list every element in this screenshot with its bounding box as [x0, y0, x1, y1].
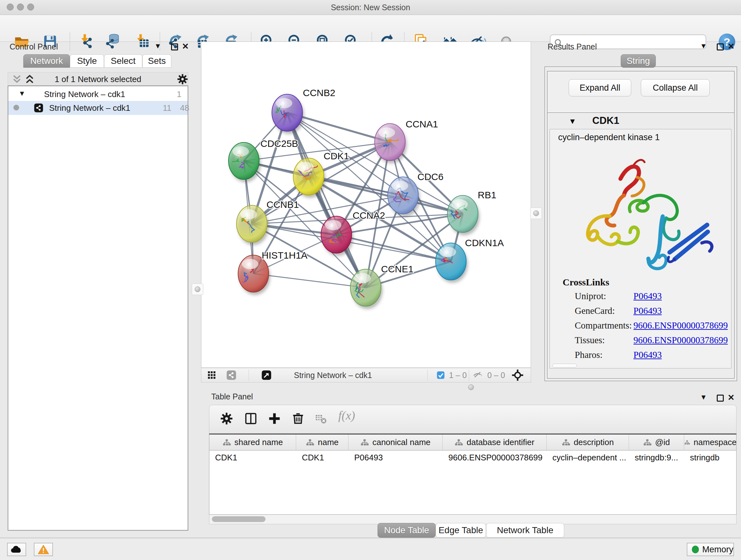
results-panel-close-icon[interactable]: ✕ — [728, 42, 735, 51]
table-panel-menu-icon[interactable]: ▾ — [701, 392, 705, 402]
network-collection-row[interactable]: ▼ String Network – cdk1 1 — [8, 88, 188, 101]
table-cell[interactable]: 9606.ENSP00000378699 — [443, 450, 547, 464]
network-canvas[interactable]: CCNB2CCNA1CDC25BCDK1CDC6RB1CCNB1CCNA2CDK… — [201, 42, 531, 368]
node-CCNB1[interactable] — [237, 205, 269, 245]
hidden-counter: 0 – 0 — [487, 371, 505, 380]
left-splitter-handle[interactable] — [192, 284, 203, 295]
control-panel-title: Control Panel — [10, 42, 58, 51]
tab-edge-table[interactable]: Edge Table — [435, 523, 486, 538]
table-panel-title: Table Panel — [211, 392, 253, 401]
protein-card: cyclin–dependent kinase 1 CrossLinks Uni… — [549, 129, 731, 368]
right-splitter-handle[interactable] — [530, 207, 542, 219]
add-column-icon[interactable] — [267, 412, 281, 426]
node-CCNB2[interactable] — [272, 94, 304, 134]
control-panel-menu-icon[interactable]: ▾ — [156, 41, 160, 51]
show-columns-icon[interactable] — [244, 412, 258, 426]
column-header-description[interactable]: description — [547, 435, 629, 450]
expand-all-button[interactable]: Expand All — [569, 79, 631, 97]
protein-expander-icon[interactable]: ▼ — [569, 117, 576, 126]
node-table[interactable]: shared namenamecanonical namedatabase id… — [209, 434, 737, 515]
node-CCNA1[interactable] — [375, 124, 407, 164]
column-header-canonical-name[interactable]: canonical name — [348, 435, 443, 450]
crosslink-value-link[interactable]: P06493 — [633, 291, 662, 301]
fit-crosshair-icon[interactable] — [512, 369, 524, 381]
table-cell[interactable]: cyclin–dependent ... — [547, 450, 629, 464]
title-bar: Session: New Session — [0, 0, 741, 15]
delete-column-icon[interactable] — [291, 412, 305, 426]
results-panel-menu-icon[interactable]: ▾ — [701, 41, 705, 51]
crosslink-value-link[interactable]: 9606.ENSP00000378699 — [633, 320, 728, 331]
edge-CCNB2-CCNE1[interactable] — [287, 113, 366, 288]
table-cell[interactable]: P06493 — [348, 450, 443, 464]
table-hscrollbar-thumb[interactable] — [212, 516, 266, 522]
control-panel-close-icon[interactable]: ✕ — [182, 42, 189, 51]
tab-string[interactable]: String — [621, 54, 656, 68]
memory-status-dot — [692, 546, 699, 553]
control-panel-tabs: NetworkStyleSelectSets — [0, 54, 192, 68]
cloud-button[interactable] — [7, 543, 26, 556]
tab-network-table[interactable]: Network Table — [486, 523, 564, 538]
network-graph[interactable]: CCNB2CCNA1CDC25BCDK1CDC6RB1CCNB1CCNA2CDK… — [201, 42, 531, 368]
table-settings-gear-icon[interactable] — [219, 412, 233, 426]
node-RB1[interactable] — [448, 195, 480, 235]
crosslink-label: Pharos: — [575, 350, 603, 360]
table-toolbar: f(x) — [209, 405, 737, 434]
table-cell[interactable]: CDK1 — [296, 450, 348, 464]
import-database-button[interactable] — [103, 31, 124, 52]
share-view-icon[interactable] — [226, 370, 237, 380]
table-cell[interactable]: stringdb:9... — [629, 450, 684, 464]
import-network-button[interactable] — [76, 31, 97, 52]
import-network-icon — [78, 33, 95, 50]
node-CCNE1[interactable] — [350, 269, 383, 309]
crosslink-label: Compartments: — [575, 320, 632, 331]
table-cell[interactable]: CDK1 — [209, 450, 296, 464]
column-header-database-identifier[interactable]: database identifier — [443, 435, 547, 450]
crosslink-row: GeneCard:P06493 — [550, 306, 731, 320]
open-view-icon[interactable] — [261, 370, 272, 380]
node-CCNA2[interactable] — [321, 216, 353, 256]
crosslink-value-link[interactable]: P06493 — [633, 350, 662, 360]
clear-table-icon — [315, 413, 327, 426]
table-panel-close-icon[interactable]: ✕ — [728, 393, 735, 402]
column-header-namespace[interactable]: namespace — [684, 435, 737, 450]
node-CDK1[interactable] — [293, 158, 326, 198]
hidden-eye-icon[interactable] — [473, 370, 483, 381]
table-cell[interactable]: stringdb — [684, 450, 737, 464]
protein-description: cyclin–dependent kinase 1 — [558, 132, 660, 142]
selected-checkbox-icon[interactable] — [436, 371, 445, 380]
control-panel-float-icon[interactable] — [171, 44, 178, 51]
tab-select[interactable]: Select — [104, 54, 142, 68]
network-tree: ▼ String Network – cdk1 1 String Network… — [8, 85, 188, 531]
node-CDKN1A[interactable] — [435, 243, 468, 283]
node-label-CCNA2: CCNA2 — [353, 210, 385, 221]
node-label-RB1: RB1 — [478, 190, 496, 200]
warning-button[interactable] — [34, 543, 53, 556]
collection-expander-icon[interactable]: ▼ — [18, 89, 25, 98]
results-panel-float-icon[interactable] — [717, 44, 724, 51]
results-panel-title: Results Panel — [548, 42, 597, 51]
node-CDC6[interactable] — [388, 177, 420, 217]
column-header-shared-name[interactable]: shared name — [209, 435, 296, 450]
tab-node-table[interactable]: Node Table — [378, 523, 435, 538]
crosslink-label: GeneCard: — [575, 306, 615, 316]
import-table-button[interactable] — [132, 31, 153, 52]
tab-style[interactable]: Style — [70, 54, 104, 68]
network-options-gear-icon[interactable] — [177, 73, 189, 85]
column-header-name[interactable]: name — [296, 435, 348, 450]
table-panel-float-icon[interactable] — [717, 395, 724, 401]
protein-card-scrollbar[interactable] — [552, 364, 577, 368]
node-HIST1H1A[interactable] — [238, 255, 270, 295]
tab-sets[interactable]: Sets — [142, 54, 172, 68]
collapse-all-button[interactable]: Collapse All — [641, 79, 710, 97]
bottom-splitter-handle[interactable] — [465, 383, 477, 391]
protein-name: CDK1 — [592, 115, 619, 126]
network-row-selected[interactable]: String Network – cdk1 11 48 — [8, 101, 188, 115]
node-label-CDKN1A: CDKN1A — [465, 238, 504, 248]
grid-view-icon[interactable] — [207, 370, 217, 380]
column-header--id[interactable]: @id — [629, 435, 684, 450]
tab-network[interactable]: Network — [23, 54, 70, 68]
string-app-icon — [34, 103, 44, 113]
crosslink-value-link[interactable]: 9606.ENSP00000378699 — [633, 335, 728, 346]
memory-button[interactable]: Memory — [687, 543, 734, 556]
crosslink-value-link[interactable]: P06493 — [633, 306, 662, 316]
